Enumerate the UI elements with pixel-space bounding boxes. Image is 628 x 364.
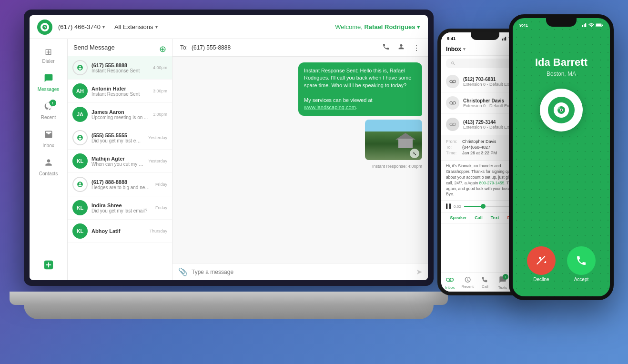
- calling-notch: [546, 18, 577, 27]
- sidebar-item-messages[interactable]: Messages: [32, 70, 65, 96]
- to-number: (617) 555-8888: [192, 44, 231, 51]
- phone-nav-recent[interactable]: Recent: [459, 276, 476, 290]
- list-item[interactable]: AH Antonin Hafer Instant Response Sent 3…: [68, 80, 172, 103]
- chat-panel: To: (617) 555-8888 ⋮ Instant Re: [172, 39, 428, 280]
- inbox-dropdown-icon[interactable]: ▾: [463, 47, 466, 51]
- laptop-bezel: (617) 466-3740 ▾ All Extensions ▾ Welcom…: [24, 10, 434, 286]
- svg-rect-22: [449, 204, 451, 210]
- sidebar-item-inbox[interactable]: Inbox: [32, 126, 65, 152]
- sidebar-item-dialer[interactable]: ⊞ Dialer: [32, 43, 65, 68]
- message-list-panel: Send Message ⊕ (617) 555-8888 Instant Re…: [68, 39, 172, 280]
- svg-rect-21: [446, 204, 447, 210]
- laptop-foot: [24, 305, 434, 319]
- voicemail-icon: [446, 118, 459, 131]
- message-link[interactable]: www.landscaping.com: [304, 104, 356, 110]
- message-list-header: Send Message ⊕: [68, 39, 172, 56]
- speaker-button[interactable]: Speaker: [450, 215, 466, 220]
- user-name: Rafael Rodrigues: [364, 23, 415, 30]
- list-item[interactable]: KL Abhoy Latif Thursday: [68, 220, 172, 243]
- sidebar-item-recent[interactable]: 1 Recent: [32, 98, 65, 124]
- chat-input-bar: 📎 ➤: [172, 263, 428, 280]
- svg-rect-6: [504, 38, 505, 40]
- list-item[interactable]: (617) 888-8888 Hedges are to big and nee…: [68, 173, 172, 196]
- decline-button[interactable]: [527, 246, 556, 275]
- call-back-button[interactable]: Call: [475, 215, 483, 220]
- laptop: (617) 466-3740 ▾ All Extensions ▾ Welcom…: [24, 10, 438, 334]
- vm-progress-dot: [481, 204, 486, 209]
- avatar: [72, 60, 88, 75]
- message-bubble: Instant Response Sent: Hello this is, Ra…: [298, 62, 422, 116]
- call-icon[interactable]: [382, 43, 390, 52]
- attachment-icon[interactable]: 📎: [178, 267, 188, 276]
- svg-point-3: [44, 27, 45, 28]
- svg-point-37: [561, 110, 562, 111]
- svg-point-24: [450, 278, 454, 282]
- texts-badge: 1: [503, 274, 508, 280]
- avatar: KL: [72, 223, 88, 239]
- svg-point-12: [450, 80, 453, 83]
- avatar: KL: [72, 200, 88, 215]
- svg-point-23: [446, 278, 450, 282]
- caller-location: Boston, MA: [547, 71, 576, 77]
- pause-icon[interactable]: [446, 203, 451, 209]
- svg-rect-8: [506, 37, 507, 40]
- phone-nav-call[interactable]: Call: [476, 276, 494, 290]
- image-caption: Instant Response: 4:00pm: [178, 164, 422, 169]
- phone-time: 9:41: [447, 36, 456, 41]
- avatar: AH: [72, 83, 88, 99]
- phone-number-selector[interactable]: (617) 466-3740 ▾: [58, 23, 105, 30]
- extensions-selector[interactable]: All Extensions ▾: [114, 23, 158, 30]
- list-item[interactable]: KL Mathijn Agter When can you cut my gra…: [68, 150, 172, 173]
- svg-point-19: [453, 123, 456, 126]
- compose-icon: [43, 260, 54, 273]
- list-item[interactable]: (555) 555-5555 Did you get my last email…: [68, 126, 172, 150]
- app-logo: [37, 20, 52, 35]
- svg-rect-5: [502, 39, 503, 40]
- app-header: (617) 466-3740 ▾ All Extensions ▾ Welcom…: [30, 15, 428, 39]
- message-content: Indira Shree Did you get my last email?: [91, 202, 152, 213]
- decline-label: Decline: [533, 277, 549, 282]
- message-content: (617) 555-8888 Instant Response Sent: [91, 62, 149, 73]
- vm-phone-link[interactable]: 800-279-1455: [479, 181, 504, 185]
- list-item[interactable]: JA James Aaron Upcoming meeting is on ..…: [68, 103, 172, 126]
- chat-header: To: (617) 555-8888 ⋮: [172, 39, 428, 57]
- voicemail-icon: [446, 75, 459, 88]
- vm-progress-fill: [464, 206, 484, 207]
- accept-group: Accept: [567, 246, 596, 282]
- avatar: [72, 177, 88, 192]
- message-content: James Aaron Upcoming meeting is on ...: [91, 109, 149, 120]
- accept-button[interactable]: [567, 246, 596, 275]
- vm-progress-bar[interactable]: [464, 206, 513, 207]
- avatar: [72, 130, 88, 145]
- decline-group: Decline: [527, 246, 556, 282]
- messages-icon: [44, 73, 53, 85]
- message-content: Antonin Hafer Instant Response Sent: [91, 86, 149, 97]
- list-item[interactable]: KL Indira Shree Did you get my last emai…: [68, 196, 172, 220]
- inbox-title: Inbox: [446, 46, 461, 52]
- avatar: KL: [72, 153, 88, 169]
- phone-nav-inbox[interactable]: Inbox: [441, 276, 459, 290]
- calling-content: Ida Barrett Boston, MA Decline: [513, 28, 610, 300]
- more-icon[interactable]: ⋮: [413, 43, 420, 52]
- phone-notch: [471, 32, 499, 40]
- text-button[interactable]: Text: [491, 215, 499, 220]
- avatar: JA: [72, 107, 88, 122]
- app-body: ⊞ Dialer Messages: [30, 39, 428, 280]
- voicemail-icon: [446, 96, 459, 110]
- sidebar-item-compose[interactable]: [32, 256, 65, 276]
- caller-avatar: [540, 89, 583, 131]
- welcome-text: Welcome, Rafael Rodrigues ▾: [335, 23, 420, 30]
- accept-label: Accept: [574, 277, 589, 282]
- compose-new-icon[interactable]: ⊕: [159, 44, 166, 54]
- to-label: To:: [180, 44, 188, 51]
- vm-time-current: 0:02: [454, 204, 461, 209]
- video-icon[interactable]: [397, 43, 405, 52]
- message-input[interactable]: [192, 269, 412, 275]
- dialer-icon: ⊞: [45, 47, 52, 57]
- list-item[interactable]: (617) 555-8888 Instant Response Sent 4:0…: [68, 56, 172, 80]
- message-content: (617) 888-8888 Hedges are to big and nee…: [91, 179, 152, 190]
- send-icon[interactable]: ➤: [416, 267, 422, 276]
- sidebar-label-contacts: Contacts: [39, 171, 58, 176]
- sidebar-item-contacts[interactable]: Contacts: [32, 154, 65, 180]
- sidebar-label-dialer: Dialer: [42, 59, 54, 64]
